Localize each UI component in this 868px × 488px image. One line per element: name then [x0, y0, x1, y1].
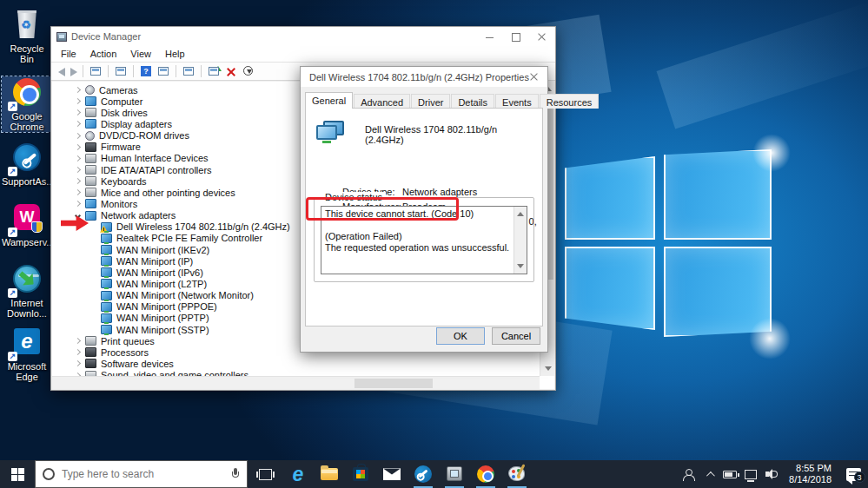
tree-item-label: Cameras [99, 85, 138, 96]
expand-icon[interactable] [73, 361, 82, 366]
expand-icon[interactable] [73, 339, 82, 343]
tree-item-label: WAN Miniport (PPTP) [116, 313, 209, 323]
desktop-icon-supportassist[interactable]: ↗SupportAs... [2, 142, 52, 187]
network-button[interactable] [740, 460, 761, 488]
menu-view[interactable]: View [123, 47, 158, 61]
menu-action[interactable]: Action [83, 47, 124, 61]
taskbar-app-paint[interactable] [501, 460, 533, 488]
mail-icon [382, 465, 401, 484]
windows-logo [563, 146, 773, 340]
tab-driver[interactable]: Driver [411, 94, 450, 109]
volume-button[interactable] [761, 460, 782, 488]
status-line [325, 220, 511, 231]
desktop-icon-google-chrome[interactable]: ↗Google Chrome [2, 76, 52, 132]
people-icon [683, 469, 693, 479]
supportassist-icon: ↗ [10, 142, 44, 175]
tab-general[interactable]: General [305, 92, 353, 109]
expand-icon[interactable] [73, 145, 82, 149]
scroll-up-icon[interactable] [517, 212, 524, 216]
tab-advanced[interactable]: Advanced [354, 94, 410, 109]
toolbar-remote-computer-button[interactable] [182, 65, 195, 78]
toolbar-back-button[interactable] [58, 68, 65, 76]
expand-icon[interactable] [73, 190, 82, 195]
expand-icon[interactable] [73, 88, 82, 92]
taskbar-app-file-explorer[interactable] [314, 460, 345, 488]
scroll-down-icon[interactable] [517, 264, 524, 268]
close-button[interactable] [529, 27, 555, 46]
desktop-icon-label: Microsoft Edge [2, 361, 52, 382]
toolbar-separator [176, 65, 176, 77]
desktop-icon-wampserver[interactable]: W↗Wampserv... [2, 202, 52, 247]
ide-controller-icon [85, 165, 96, 175]
taskbar-app-edge[interactable]: e [282, 460, 314, 488]
clock[interactable]: 8:55 PM 8/14/2018 [782, 463, 838, 485]
task-view-button[interactable] [248, 460, 282, 488]
tab-events[interactable]: Events [495, 94, 539, 109]
taskbar-app-chrome[interactable] [470, 460, 501, 488]
action-center-button[interactable]: 3 [838, 460, 868, 488]
network-adapter-icon [101, 313, 112, 323]
dialog-titlebar[interactable]: Dell Wireless 1704 802.11b/g/n (2.4GHz) … [301, 67, 547, 87]
desktop-icon-internet-download-manager[interactable]: ↗Internet Downlo... [2, 263, 52, 319]
ok-button[interactable]: OK [436, 327, 485, 345]
desktop-icon-label: Recycle Bin [2, 43, 52, 64]
desktop-icon-recycle-bin[interactable]: ♻Recycle Bin [2, 9, 52, 64]
expand-icon[interactable] [73, 168, 82, 172]
search-input[interactable] [62, 468, 224, 480]
dialog-close-icon[interactable] [521, 67, 547, 86]
expand-icon[interactable] [73, 122, 82, 126]
menu-help[interactable]: Help [158, 47, 192, 61]
expand-icon[interactable] [73, 179, 82, 183]
network-adapter-icon [85, 211, 96, 221]
toolbar-properties-button[interactable] [114, 65, 128, 78]
edge-icon: e [288, 465, 308, 484]
battery-button[interactable] [719, 460, 740, 488]
expand-icon[interactable] [73, 99, 82, 103]
menu-file[interactable]: File [54, 47, 83, 61]
toolbar-help-button[interactable]: ? [139, 65, 153, 78]
tree-item-label: Print queues [101, 336, 155, 346]
people-button[interactable] [678, 460, 699, 488]
tree-item-label: Software devices [101, 359, 174, 369]
expand-icon[interactable] [73, 134, 82, 138]
minimize-button[interactable] [477, 27, 503, 46]
taskbar-app-mail[interactable] [376, 460, 407, 488]
tree-item-label: WAN Miniport (L2TP) [116, 279, 207, 289]
tree-item-label: Display adapters [101, 119, 172, 129]
shield-icon [31, 221, 43, 233]
expand-icon[interactable] [73, 110, 82, 115]
device-manager-titlebar[interactable]: Device Manager [51, 27, 555, 46]
tree-item-sound-controller[interactable]: Sound, video and game controllers [52, 370, 540, 376]
taskbar-app-device-manager[interactable] [439, 460, 470, 488]
cancel-button[interactable]: Cancel [492, 327, 540, 345]
clock-date: 8/14/2018 [789, 474, 832, 485]
status-scrollbar[interactable] [514, 207, 527, 274]
microphone-icon[interactable] [231, 468, 240, 480]
toolbar-disable-device-button[interactable] [242, 65, 255, 78]
horizontal-scrollbar[interactable] [52, 376, 540, 389]
show-hidden-icons-button[interactable] [699, 460, 719, 488]
toolbar-scan-hardware-button[interactable] [156, 65, 170, 78]
toolbar-uninstall-device-button[interactable] [224, 65, 238, 78]
taskbar-app-microsoft-store[interactable] [345, 460, 376, 488]
scroll-down-icon[interactable] [545, 366, 552, 371]
desktop-icon-microsoft-edge[interactable]: e↗Microsoft Edge [2, 326, 52, 382]
remote-computer-icon [183, 67, 194, 76]
expand-icon[interactable] [73, 350, 82, 354]
tab-resources[interactable]: Resources [540, 94, 600, 109]
toolbar-update-driver-button[interactable] [207, 65, 221, 78]
expand-icon[interactable] [73, 201, 82, 206]
toolbar-forward-button[interactable] [70, 68, 77, 76]
tab-details[interactable]: Details [451, 94, 494, 109]
network-adapter-icon [316, 121, 346, 143]
tree-item-software-device[interactable]: Software devices [52, 358, 540, 369]
taskbar-app-supportassist[interactable] [407, 460, 439, 488]
toolbar-console-window-button[interactable] [89, 65, 103, 78]
search-box[interactable] [35, 460, 248, 488]
expand-icon[interactable] [73, 156, 82, 161]
chrome-icon [476, 465, 495, 484]
maximize-button[interactable] [503, 27, 529, 46]
scrollbar-thumb[interactable] [354, 379, 433, 388]
start-button[interactable] [0, 460, 35, 488]
network-adapter-icon [101, 325, 112, 334]
